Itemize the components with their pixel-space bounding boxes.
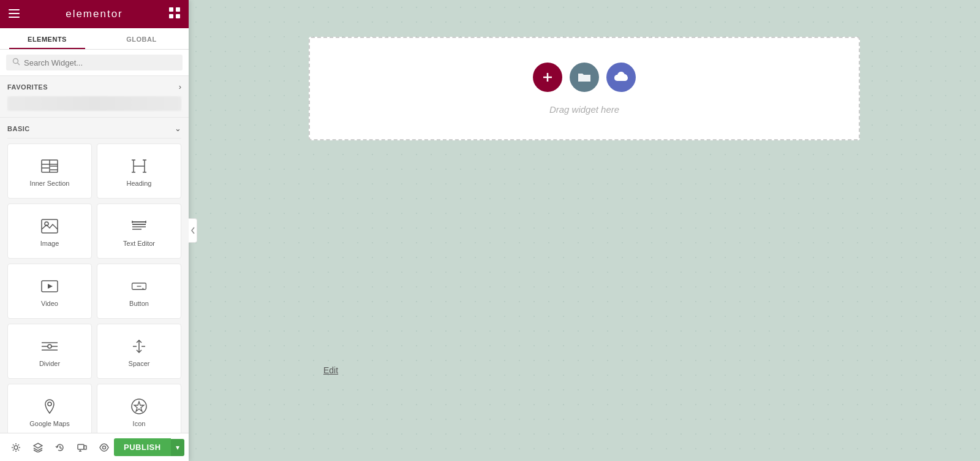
search-wrapper — [6, 55, 183, 70]
publish-group: PUBLISH ▾ — [114, 438, 184, 456]
widget-google-maps[interactable]: Google Maps — [7, 384, 92, 433]
elementor-logo: elementor — [66, 8, 123, 20]
svg-rect-1 — [9, 13, 20, 14]
drop-zone[interactable]: Drag widget here — [309, 37, 860, 140]
svg-marker-47 — [134, 402, 144, 411]
svg-point-56 — [103, 446, 106, 449]
favorites-header[interactable]: FAVORITES › — [7, 82, 181, 91]
tab-elements[interactable]: ELEMENTS — [0, 28, 94, 49]
history-icon[interactable] — [50, 438, 70, 457]
svg-rect-3 — [169, 7, 173, 12]
svg-point-37 — [48, 345, 51, 348]
search-input[interactable] — [24, 58, 176, 67]
svg-rect-6 — [176, 14, 180, 18]
svg-marker-49 — [34, 443, 42, 448]
svg-rect-22 — [42, 219, 58, 233]
widget-text-editor[interactable]: Text Editor — [97, 204, 181, 259]
tab-global[interactable]: GLOBAL — [94, 28, 189, 49]
widget-video[interactable]: Video — [7, 264, 92, 319]
main-canvas: Drag widget here Edit — [189, 0, 980, 461]
edit-link[interactable]: Edit — [323, 365, 338, 375]
tabs-container: ELEMENTS GLOBAL — [0, 28, 189, 50]
svg-rect-53 — [84, 446, 86, 449]
svg-point-45 — [48, 402, 51, 406]
svg-point-7 — [13, 59, 18, 64]
widget-icon-label: Icon — [133, 420, 146, 427]
widget-heading-label: Heading — [127, 180, 152, 187]
basic-section: BASIC ⌄ Inner Section — [0, 118, 189, 433]
search-container — [0, 50, 189, 76]
publish-dropdown-button[interactable]: ▾ — [171, 439, 184, 456]
widget-grid: Inner Section Heading — [7, 143, 181, 433]
widget-spacer-label: Spacer — [129, 360, 150, 367]
svg-rect-5 — [169, 14, 173, 18]
widget-button-label: Button — [129, 300, 149, 307]
search-icon — [12, 58, 20, 67]
favorites-chevron-icon: › — [179, 82, 181, 91]
basic-chevron-icon: ⌄ — [175, 124, 181, 133]
svg-rect-0 — [9, 9, 20, 10]
widget-inner-section[interactable]: Inner Section — [7, 143, 92, 199]
svg-rect-52 — [78, 444, 84, 449]
widget-button[interactable]: Button — [97, 264, 181, 319]
widget-google-maps-label: Google Maps — [29, 420, 69, 427]
svg-rect-2 — [9, 17, 20, 18]
view-icon[interactable] — [94, 438, 114, 457]
grid-icon[interactable] — [169, 7, 180, 21]
widget-video-label: Video — [41, 300, 58, 307]
widget-divider-label: Divider — [39, 360, 60, 367]
favorites-label: FAVORITES — [7, 83, 48, 91]
basic-header[interactable]: BASIC ⌄ — [7, 118, 181, 139]
publish-button[interactable]: PUBLISH — [114, 438, 171, 456]
widget-icon[interactable]: Icon — [97, 384, 181, 433]
collapse-handle[interactable] — [189, 218, 197, 243]
widget-image-label: Image — [40, 240, 59, 247]
widget-spacer[interactable]: Spacer — [97, 324, 181, 379]
svg-line-8 — [18, 63, 20, 66]
widget-heading[interactable]: Heading — [97, 143, 181, 199]
widget-text-editor-label: Text Editor — [123, 240, 155, 247]
widget-inner-section-label: Inner Section — [30, 180, 70, 187]
svg-marker-33 — [48, 284, 53, 289]
sidebar-header: elementor — [0, 0, 189, 28]
widget-divider[interactable]: Divider — [7, 324, 92, 379]
svg-rect-4 — [176, 7, 180, 12]
hamburger-icon[interactable] — [9, 8, 20, 21]
svg-point-48 — [14, 446, 18, 449]
add-widget-button[interactable] — [533, 63, 562, 92]
drag-hint: Drag widget here — [549, 104, 619, 115]
responsive-icon[interactable] — [72, 438, 92, 457]
widget-image[interactable]: Image — [7, 204, 92, 259]
layers-icon[interactable] — [28, 438, 48, 457]
favorites-section: FAVORITES › — [0, 76, 189, 118]
action-buttons — [533, 63, 636, 92]
cloud-button[interactable] — [606, 63, 636, 92]
bottom-toolbar: PUBLISH ▾ — [0, 433, 189, 461]
settings-icon[interactable] — [6, 438, 26, 457]
folder-button[interactable] — [570, 63, 599, 92]
canvas-content: Drag widget here — [309, 37, 860, 140]
basic-section-label: BASIC — [7, 125, 30, 132]
sidebar: elementor ELEMENTS GLOBAL — [0, 0, 189, 461]
favorites-placeholder — [7, 96, 181, 111]
